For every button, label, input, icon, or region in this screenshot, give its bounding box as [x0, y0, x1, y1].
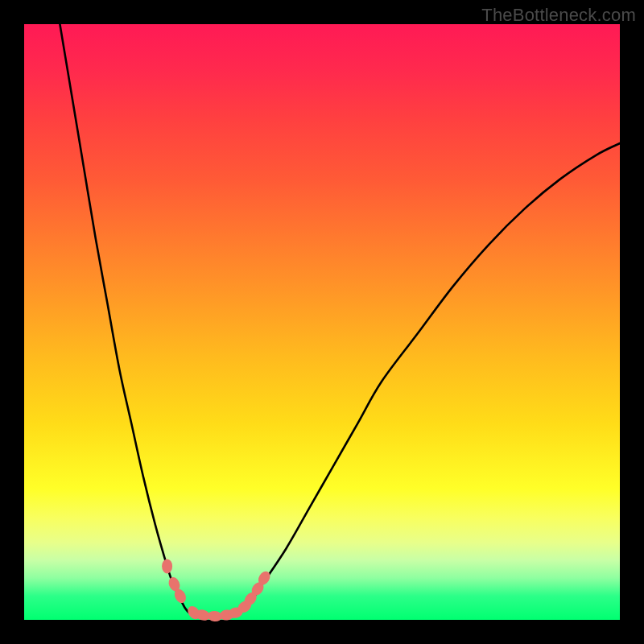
bead-group — [162, 559, 272, 622]
bead-marker — [162, 559, 172, 573]
chart-frame: TheBottleneck.com — [0, 0, 644, 644]
curve-svg — [24, 24, 620, 620]
watermark-text: TheBottleneck.com — [481, 5, 636, 26]
plot-area — [24, 24, 620, 620]
bottleneck-curve — [60, 24, 620, 617]
